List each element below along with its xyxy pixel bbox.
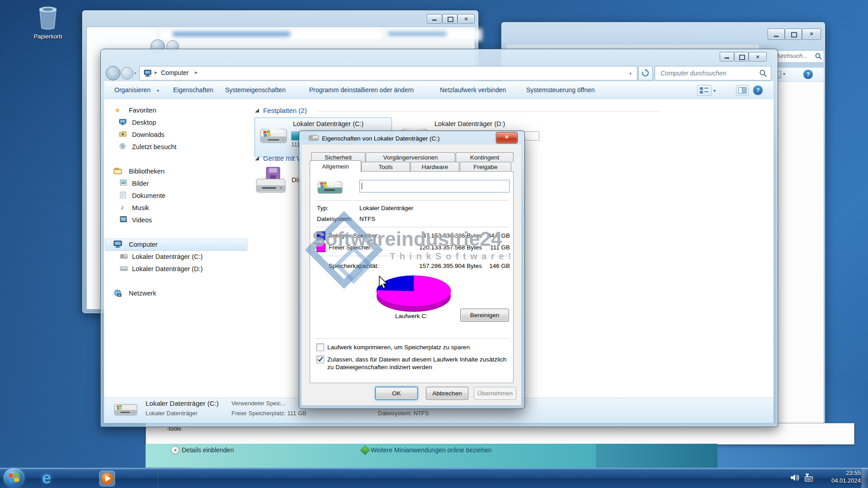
group-expand-icon[interactable] <box>255 108 259 113</box>
toolbar-programm-deinstallieren[interactable]: Programm deinstallieren oder ändern <box>309 86 414 94</box>
sidebar-item-zuletzt-besucht[interactable]: Zuletzt besucht <box>132 143 176 151</box>
details-name: Lokaler Datenträger (C:) <box>146 399 219 407</box>
search-icon <box>815 53 822 60</box>
explorer-minimize-button[interactable] <box>720 52 734 61</box>
index-checkbox[interactable] <box>316 356 324 363</box>
back-button[interactable]: ← <box>106 66 120 80</box>
window-b-search-input[interactable]: durchsuch... <box>772 50 824 63</box>
window-a-close-button[interactable]: × <box>458 14 475 23</box>
gadget-gallery-footer: ▾ Details einblenden Weitere Minianwendu… <box>146 444 596 468</box>
refresh-button[interactable] <box>638 66 653 80</box>
tab-kontingent[interactable]: Kontingent <box>456 152 514 162</box>
details-filesystem: Dateisystem: NTFS <box>378 410 429 417</box>
used-legend-swatch <box>316 231 326 240</box>
window-b-minimize-button[interactable] <box>768 28 785 40</box>
tab-tools[interactable]: Tools <box>361 162 410 172</box>
uebernehmen-button[interactable]: Übernehmen <box>474 387 516 400</box>
view-selector-icon[interactable] <box>697 85 712 96</box>
help-icon[interactable]: ? <box>803 70 813 79</box>
taskbar-divider <box>156 469 157 487</box>
desktop-icon <box>119 119 127 125</box>
compress-checkbox[interactable] <box>316 343 324 351</box>
gadget-details-link[interactable]: Details einblenden <box>182 446 234 454</box>
drive-d-tile-name[interactable]: Lokaler Datenträger (D:) <box>434 120 505 128</box>
toolbar-systemeigenschaften[interactable]: Systemeigenschaften <box>225 86 286 94</box>
chevron-down-icon[interactable]: ▾ <box>713 88 716 94</box>
separator <box>316 256 509 257</box>
forward-button[interactable]: → <box>121 67 133 80</box>
computer-icon <box>144 70 151 77</box>
free-label: Freier Speicher: <box>329 244 372 251</box>
text-caret <box>362 183 362 189</box>
free-gb: 111 GB <box>484 244 510 251</box>
sidebar-item-bilder[interactable]: Bilder <box>132 180 149 188</box>
dateisystem-label: Dateisystem: <box>317 216 352 223</box>
crumb-arrow-icon: ▸ <box>195 70 198 76</box>
preview-pane-icon[interactable] <box>736 85 749 96</box>
window-a-minimize-button[interactable] <box>427 14 442 23</box>
sidebar-item-bibliotheken[interactable]: Bibliotheken <box>129 168 165 175</box>
gadget-more-link[interactable]: Weitere Minianwendungen online beziehen <box>371 446 491 454</box>
index-checkbox-label-1[interactable]: Zulassen, dass für Dateien auf diesem La… <box>327 356 506 363</box>
recycle-bin-shortcut[interactable]: Papierkorb <box>21 4 75 45</box>
window-b-maximize-button[interactable] <box>785 28 802 40</box>
sidebar-item-computer[interactable]: Computer <box>129 241 158 249</box>
window-b-close-button[interactable]: × <box>802 28 821 40</box>
start-button[interactable] <box>4 468 24 488</box>
chevron-down-icon[interactable]: ▾ <box>157 88 159 94</box>
explorer-maximize-button[interactable] <box>734 52 749 61</box>
details-free: Freier Speicherplatz: 111 GB <box>231 410 307 417</box>
tab-freigabe[interactable]: Freigabe <box>460 162 511 172</box>
toolbar-systemsteuerung[interactable]: Systemsteuerung öffnen <box>526 86 595 94</box>
sidebar-item-drive-d[interactable]: Lokaler Datenträger (D:) <box>132 265 203 273</box>
crumb-arrow-icon: ▸ <box>155 70 157 76</box>
typ-value: Lokaler Datenträger <box>359 205 413 212</box>
sidebar-item-netzwerk[interactable]: Netzwerk <box>129 290 156 297</box>
address-bar[interactable]: ▸ Computer ▸ ▾ <box>139 66 637 80</box>
capacity-gb: 146 GB <box>484 263 510 270</box>
tab-vorgaengerversionen[interactable]: Vorgängerversionen <box>366 152 455 162</box>
sidebar-item-desktop[interactable]: Desktop <box>132 119 156 127</box>
tab-hardware[interactable]: Hardware <box>410 162 459 172</box>
sidebar-item-downloads[interactable]: Downloads <box>132 131 165 139</box>
volume-icon[interactable] <box>790 474 800 482</box>
toolbar-netzlaufwerk[interactable]: Netzlaufwerk verbinden <box>440 86 506 94</box>
sidebar-item-videos[interactable]: Videos <box>132 216 152 224</box>
typ-label: Typ: <box>317 205 329 212</box>
network-status-icon[interactable]: × <box>804 473 815 482</box>
chevron-down-icon[interactable]: ▾ <box>783 71 785 77</box>
tab-allgemein-active[interactable]: Allgemein <box>310 160 361 172</box>
search-placeholder: Computer durchsuchen <box>660 70 726 77</box>
sidebar-item-drive-c[interactable]: Lokaler Datenträger (C:) <box>132 253 203 261</box>
abbrechen-button[interactable]: Abbrechen <box>426 387 468 400</box>
window-a-maximize-button[interactable] <box>442 14 458 23</box>
help-icon[interactable]: ? <box>753 85 763 95</box>
breadcrumb[interactable]: Computer <box>161 69 189 76</box>
search-input[interactable]: Computer durchsuchen <box>655 66 771 80</box>
history-dropdown-icon[interactable]: ▾ <box>134 71 137 75</box>
clock-time[interactable]: 23:55 <box>826 470 861 477</box>
dialog-drive-icon <box>317 178 343 198</box>
ok-button[interactable]: OK <box>375 387 418 400</box>
toolbar-organisieren[interactable]: Organisieren <box>114 86 151 94</box>
sidebar-item-dokumente[interactable]: Dokumente <box>132 192 165 200</box>
internet-explorer-icon[interactable]: e <box>36 469 57 487</box>
sidebar-item-musik[interactable]: Musik <box>132 204 149 212</box>
drive-c-icon <box>120 253 128 259</box>
sidebar-item-favoriten[interactable]: Favoriten <box>129 107 156 114</box>
bereinigen-button[interactable]: Bereinigen <box>460 309 509 322</box>
address-dropdown-icon[interactable]: ▾ <box>629 71 632 76</box>
dialog-close-button[interactable]: × <box>496 132 518 143</box>
computer-icon <box>113 240 122 248</box>
show-desktop-button[interactable] <box>862 468 868 488</box>
drive-c-tile-name[interactable]: Lokaler Datenträger (C:) <box>293 120 363 128</box>
section-festplatten[interactable]: Festplatten (2) <box>263 107 307 114</box>
explorer-close-button[interactable]: × <box>749 52 767 61</box>
volume-name-input[interactable] <box>359 180 509 192</box>
chevron-down-icon[interactable]: ▾ <box>171 446 179 455</box>
clock-date[interactable]: 04.01.2024 <box>826 478 861 484</box>
group-expand-icon[interactable] <box>255 156 259 160</box>
toolbar-eigenschaften[interactable]: Eigenschaften <box>173 86 213 94</box>
compress-checkbox-label[interactable]: Laufwerk komprimieren, um Speicherplatz … <box>327 344 470 351</box>
taskbar-wmp-button[interactable] <box>98 470 117 487</box>
